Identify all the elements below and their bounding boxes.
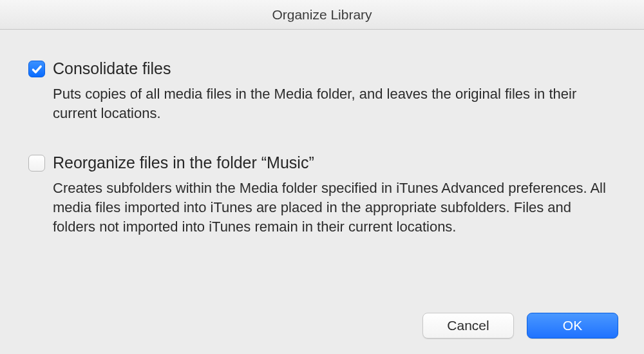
ok-button[interactable]: OK (527, 313, 618, 339)
dialog-content: Consolidate files Puts copies of all med… (0, 30, 644, 280)
option-consolidate: Consolidate files Puts copies of all med… (28, 59, 616, 123)
dialog-title: Organize Library (272, 7, 372, 23)
option-header: Consolidate files (28, 59, 616, 78)
option-header: Reorganize files in the folder “Music” (28, 153, 616, 172)
cancel-button[interactable]: Cancel (422, 313, 514, 339)
consolidate-files-description: Puts copies of all media files in the Me… (28, 84, 611, 123)
consolidate-files-label: Consolidate files (53, 59, 171, 78)
consolidate-files-checkbox[interactable] (28, 61, 45, 77)
reorganize-files-description: Creates subfolders within the Media fold… (28, 179, 611, 236)
option-reorganize: Reorganize files in the folder “Music” C… (28, 153, 616, 236)
reorganize-files-checkbox[interactable] (28, 155, 45, 172)
reorganize-files-label: Reorganize files in the folder “Music” (53, 153, 314, 172)
cancel-button-label: Cancel (447, 318, 489, 333)
dialog-buttons: Cancel OK (422, 313, 618, 339)
dialog-titlebar: Organize Library (0, 0, 644, 30)
ok-button-label: OK (563, 318, 582, 333)
checkmark-icon (31, 63, 43, 75)
